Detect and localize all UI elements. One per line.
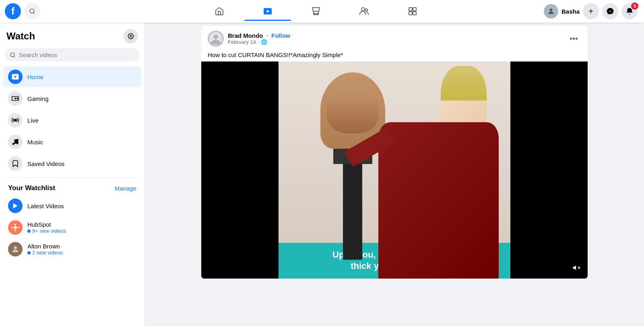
search-input[interactable] — [19, 51, 135, 58]
post-author: Brad Mondo · Follow February 14 · 🌐 — [208, 31, 291, 47]
gaming-label: Gaming — [27, 95, 49, 102]
svg-point-34 — [213, 35, 218, 39]
music-label: Music — [27, 139, 43, 146]
notifications-button[interactable]: 5 — [621, 3, 638, 19]
mute-button[interactable] — [569, 262, 584, 275]
sidebar-header: Watch — [3, 29, 141, 48]
hubspot-label: HubSpot — [27, 221, 136, 228]
nav-watch-button[interactable] — [244, 2, 291, 21]
facebook-logo: f — [5, 3, 21, 19]
watchlist-item-hubspot[interactable]: HubSpot 9+ new videos — [3, 217, 141, 238]
manage-link[interactable]: Manage — [115, 185, 136, 192]
search-button[interactable] — [24, 3, 40, 19]
svg-rect-10 — [409, 12, 412, 15]
alton-brown-icon — [8, 242, 23, 256]
post-meta: February 14 · 🌐 — [228, 39, 291, 45]
settings-button[interactable] — [124, 29, 138, 43]
sidebar: Watch Home — [0, 23, 145, 326]
alton-badge: 2 new videos — [27, 250, 136, 256]
svg-point-24 — [12, 143, 14, 145]
svg-point-28 — [14, 224, 16, 226]
notification-badge: 5 — [631, 2, 638, 10]
add-button[interactable]: + — [583, 3, 599, 19]
author-name[interactable]: Brad Mondo — [228, 32, 263, 39]
gaming-icon — [8, 91, 23, 106]
svg-point-25 — [17, 142, 19, 144]
sidebar-item-home[interactable]: Home — [3, 66, 141, 87]
svg-rect-8 — [409, 8, 412, 11]
live-icon — [8, 113, 23, 127]
saved-label: Saved Videos — [27, 160, 64, 167]
svg-point-7 — [365, 9, 367, 11]
nav-groups-button[interactable] — [341, 2, 388, 21]
top-navigation: f — [0, 0, 644, 23]
svg-point-6 — [361, 8, 365, 11]
sidebar-item-gaming[interactable]: Gaming — [3, 88, 141, 109]
svg-point-31 — [18, 227, 19, 228]
post-date: February 14 — [228, 39, 256, 45]
sidebar-item-live[interactable]: Live — [3, 110, 141, 131]
sidebar-item-saved[interactable]: Saved Videos — [3, 153, 141, 174]
follow-button[interactable]: Follow — [271, 32, 291, 39]
messenger-button[interactable] — [602, 3, 618, 19]
svg-rect-11 — [413, 12, 416, 15]
svg-point-29 — [14, 230, 16, 232]
svg-rect-9 — [413, 8, 416, 11]
video-right-bar — [510, 62, 588, 279]
svg-point-13 — [130, 35, 132, 37]
svg-point-0 — [30, 9, 34, 13]
svg-point-14 — [10, 53, 14, 57]
user-profile-button[interactable]: Basha — [544, 4, 580, 18]
user-name: Basha — [561, 8, 580, 15]
latest-videos-label: Latest Videos — [27, 203, 136, 209]
hubspot-badge: 9+ new videos — [27, 228, 136, 234]
nav-pages-button[interactable] — [389, 2, 436, 21]
home-icon — [8, 70, 23, 84]
svg-point-23 — [14, 119, 17, 121]
video-container[interactable]: Up to you, depending on howthick you wan… — [201, 62, 588, 279]
hubspot-icon — [8, 220, 23, 235]
sidebar-title: Watch — [6, 31, 35, 42]
post-header: Brad Mondo · Follow February 14 · 🌐 ••• — [201, 26, 588, 51]
main-layout: Watch Home — [0, 0, 644, 326]
video-card: Brad Mondo · Follow February 14 · 🌐 ••• … — [201, 26, 588, 279]
author-avatar[interactable] — [208, 31, 224, 47]
author-name-line: Brad Mondo · Follow — [228, 32, 291, 39]
svg-point-22 — [17, 98, 18, 99]
saved-icon — [8, 156, 23, 171]
svg-line-1 — [33, 12, 35, 14]
watchlist-header: Your Watchlist Manage — [3, 181, 141, 195]
watchlist-item-alton[interactable]: Alton Brown 2 new videos — [3, 239, 141, 260]
watchlist-item-latest[interactable]: Latest Videos — [3, 195, 141, 216]
svg-marker-35 — [573, 265, 576, 270]
post-title: How to cut CURTAIN BANGS!!*Amazingly Sim… — [201, 51, 588, 62]
nav-marketplace-button[interactable] — [293, 2, 339, 21]
video-left-bar — [201, 62, 279, 279]
svg-point-27 — [14, 226, 17, 229]
watchlist-title: Your Watchlist — [8, 184, 55, 192]
live-label: Live — [27, 117, 39, 124]
search-bar[interactable] — [5, 48, 140, 62]
svg-point-30 — [12, 227, 13, 228]
svg-point-12 — [550, 8, 553, 11]
svg-line-15 — [14, 56, 15, 57]
alton-label: Alton Brown — [27, 243, 136, 250]
divider — [6, 177, 138, 178]
home-label: Home — [27, 74, 43, 80]
latest-videos-icon — [8, 199, 23, 213]
sidebar-item-music[interactable]: Music — [3, 131, 141, 152]
svg-point-32 — [14, 246, 17, 249]
more-options-button[interactable]: ••• — [566, 33, 581, 45]
music-icon — [8, 135, 23, 149]
nav-home-button[interactable] — [196, 2, 243, 21]
post-privacy: 🌐 — [261, 39, 267, 45]
svg-marker-26 — [13, 203, 18, 209]
main-content: Brad Mondo · Follow February 14 · 🌐 ••• … — [145, 23, 644, 326]
